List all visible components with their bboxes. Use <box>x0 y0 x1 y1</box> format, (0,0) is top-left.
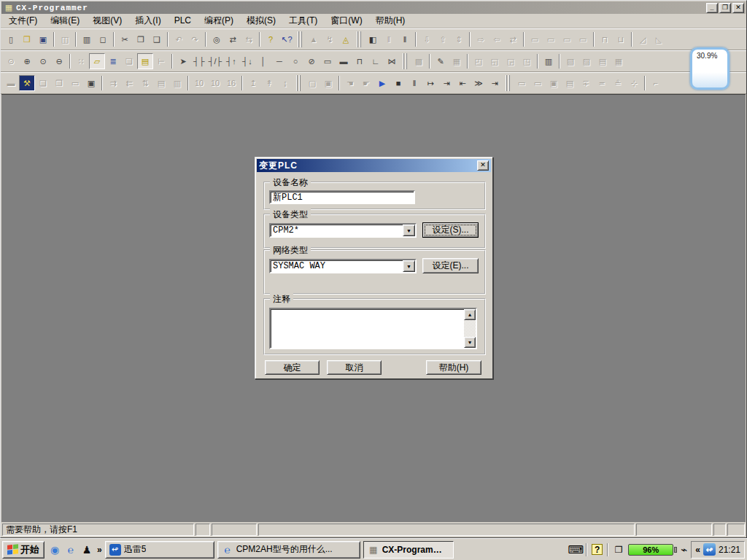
save-file-button[interactable]: ▣ <box>35 31 51 47</box>
ok-button[interactable]: 确定 <box>265 360 320 375</box>
menu-help[interactable]: 帮助(H) <box>369 13 412 29</box>
show-sections-button[interactable]: ▥ <box>541 53 557 69</box>
menu-view[interactable]: 视图(V) <box>86 13 128 29</box>
quicklaunch-media-player[interactable]: ◉ <box>47 542 62 557</box>
instruction-button[interactable]: ▭ <box>320 53 336 69</box>
menu-simulation[interactable]: 模拟(S) <box>240 13 282 29</box>
show-rung-comments-button[interactable]: ▱ <box>89 53 105 69</box>
taskbar-button-ie-page[interactable]: ℮ CPM2AH型号的用什么... <box>217 541 360 559</box>
battery-indicator[interactable]: 96% <box>628 544 673 556</box>
insert-row-above-button: ◰ <box>471 53 487 69</box>
menu-insert[interactable]: 插入(I) <box>128 13 167 29</box>
close-button[interactable]: ✕ <box>732 3 744 13</box>
sim-to-cursor-button[interactable]: ⇥ <box>487 75 503 91</box>
error-log-button[interactable]: ⚒ <box>19 75 35 91</box>
sim-run-button[interactable]: ▶ <box>374 75 390 91</box>
restore-button[interactable]: ❐ <box>719 3 731 13</box>
dialog-titlebar[interactable]: 变更PLC ✕ <box>257 159 491 172</box>
scroll-down-icon[interactable]: ▼ <box>464 337 476 348</box>
help-button[interactable]: 帮助(H) <box>426 360 481 375</box>
device-type-combobox[interactable]: CPM2* ▼ <box>269 223 415 238</box>
menu-file[interactable]: 文件(F) <box>2 13 44 29</box>
coil-nc-button[interactable]: ⊘ <box>303 53 320 69</box>
zoom-fit-button: ⊙ <box>3 53 19 69</box>
input-method-icon[interactable]: ⌨ <box>570 544 581 556</box>
thunder-tray-icon[interactable]: ↫ <box>703 543 716 556</box>
dialog-close-button[interactable]: ✕ <box>477 160 489 171</box>
properties-button[interactable]: ▣ <box>83 75 99 91</box>
help-tray-icon[interactable]: ? <box>592 544 603 555</box>
print-button[interactable]: ▥ <box>79 31 95 47</box>
select-mode-button[interactable]: ➤ <box>175 53 191 69</box>
pause-monitor-button[interactable]: ‖ <box>397 31 413 47</box>
sim-step-out-button[interactable]: ⇤ <box>454 75 471 91</box>
zoom-100-button[interactable]: ⊙ <box>35 53 51 69</box>
network-type-dropdown-arrow-icon[interactable]: ▼ <box>403 260 415 272</box>
replace-button[interactable]: ⇄ <box>225 31 241 47</box>
taskbar-clock[interactable]: 21:21 <box>719 545 740 555</box>
quicklaunch-qq[interactable]: ♟ <box>80 542 94 557</box>
contact-no-button[interactable]: ┤├ <box>191 53 207 69</box>
edit-comments-button[interactable]: ✎ <box>433 53 449 69</box>
menu-tools[interactable]: 工具(T) <box>282 13 324 29</box>
label-jump-button[interactable]: ∟ <box>368 53 384 69</box>
network-type-settings-button[interactable]: 设定(E)... <box>422 258 479 273</box>
vertical-line-button[interactable]: │ <box>255 53 271 69</box>
window-tray-icon[interactable]: ❐ <box>613 544 624 556</box>
comment-textarea[interactable]: ▲ ▼ <box>269 308 477 349</box>
work-online-button[interactable]: ◧ <box>365 31 381 47</box>
menu-window[interactable]: 窗口(W) <box>324 13 368 29</box>
open-file-button[interactable]: ❒ <box>19 31 35 47</box>
cancel-button[interactable]: 取消 <box>327 360 382 375</box>
minimize-button[interactable]: _ <box>706 3 718 13</box>
taskbar-button-xunlei[interactable]: ↫ 迅雷5 <box>105 541 214 559</box>
zoom-out-button[interactable]: ⊖ <box>51 53 67 69</box>
find-button[interactable]: ◎ <box>209 31 225 47</box>
new-file-button[interactable]: ▯ <box>3 31 19 47</box>
copy-button[interactable]: ❐ <box>133 31 149 47</box>
scrollbar-track[interactable] <box>464 320 476 337</box>
device-name-input[interactable]: 新PLC1 <box>269 190 415 204</box>
paste-button[interactable]: ❑ <box>149 31 165 47</box>
sim-step-button[interactable]: ↦ <box>422 75 438 91</box>
function-block-button[interactable]: ⊓ <box>352 53 368 69</box>
sim-step-in-button[interactable]: ⇥ <box>438 75 454 91</box>
contact-or-nc-button[interactable]: ┤↓ <box>239 53 255 69</box>
window-titlebar[interactable]: ▦ CX-Programmer _ ❐ ✕ <box>1 1 746 14</box>
ladder-view-button[interactable]: ▤ <box>137 53 153 69</box>
horizontal-line-button[interactable]: ─ <box>271 53 287 69</box>
toolbar-sep <box>644 76 646 90</box>
coil-button[interactable]: ○ <box>287 53 303 69</box>
contact-or-no-button[interactable]: ┤↑ <box>223 53 239 69</box>
quick-launch-overflow-chevron[interactable]: » <box>97 545 102 555</box>
zoom-in-button[interactable]: ⊕ <box>19 53 35 69</box>
toolbar-end-handle: ⌐ <box>648 75 664 91</box>
network-type-combobox[interactable]: SYSMAC WAY ▼ <box>269 259 415 273</box>
comment-scrollbar[interactable]: ▲ ▼ <box>464 309 476 348</box>
cut-button[interactable]: ✂ <box>117 31 133 47</box>
taskbar-button-cx-programmer[interactable]: ▦ CX-Programmer <box>363 541 454 559</box>
tray-collapse-chevron[interactable]: « <box>695 545 700 555</box>
sim-continuous-button[interactable]: ≫ <box>471 75 487 91</box>
device-type-settings-button[interactable]: 设定(S)... <box>422 222 479 238</box>
device-type-dropdown-arrow-icon[interactable]: ▼ <box>403 225 415 236</box>
menu-edit[interactable]: 编辑(E) <box>44 13 86 29</box>
start-button[interactable]: 开始 <box>2 541 44 559</box>
interlock-button[interactable]: ⋈ <box>384 53 400 69</box>
contact-nc-button[interactable]: ┤/├ <box>207 53 223 69</box>
print-preview-button[interactable]: ◻ <box>95 31 111 47</box>
check-program-button[interactable]: ◬ <box>338 31 354 47</box>
scroll-up-icon[interactable]: ▲ <box>464 309 476 320</box>
menu-plc[interactable]: PLC <box>168 14 198 28</box>
help-button[interactable]: ? <box>263 31 279 47</box>
sim-pause-button[interactable]: ‖ <box>406 75 422 91</box>
instruction-block-button[interactable]: ▬ <box>336 53 352 69</box>
context-help-button[interactable]: ↖? <box>279 31 295 47</box>
power-plug-icon[interactable]: ⌁ <box>681 543 687 556</box>
xunlei-floating-widget[interactable]: 30.9% <box>690 47 729 90</box>
show-rung-list-button[interactable]: ≣ <box>105 53 121 69</box>
sim-stop-button[interactable]: ■ <box>390 75 406 91</box>
quicklaunch-internet-explorer[interactable]: ℮ <box>63 542 78 557</box>
show-grid-button: ∷ <box>73 53 89 69</box>
menu-program[interactable]: 编程(P) <box>198 13 240 29</box>
